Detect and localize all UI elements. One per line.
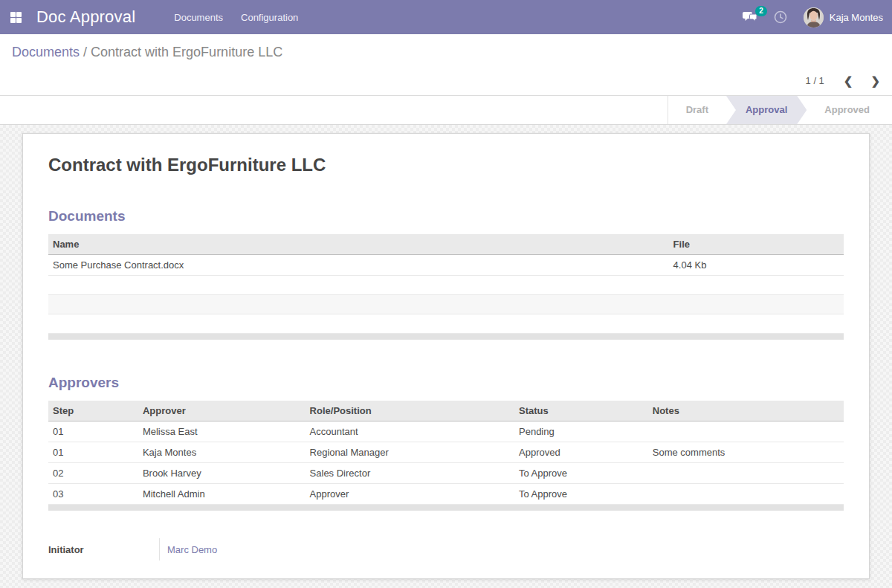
approver-status-cell: Pending xyxy=(514,421,648,442)
user-menu[interactable]: Kaja Montes xyxy=(804,7,883,28)
approver-name-cell: Brook Harvey xyxy=(138,463,306,484)
approver-row[interactable]: 01 Melissa East Accountant Pending xyxy=(48,421,844,442)
approvers-col-role[interactable]: Role/Position xyxy=(306,401,514,421)
empty-row xyxy=(48,314,844,334)
breadcrumb-documents-link[interactable]: Documents xyxy=(12,45,80,59)
approvers-table: Step Approver Role/Position Status Notes… xyxy=(48,401,844,505)
documents-table: Name File Some Purchase Contract.docx 4.… xyxy=(48,234,844,334)
document-file-cell: 4.04 Kb xyxy=(669,255,844,276)
documents-table-footer xyxy=(48,334,844,340)
initiator-label: Initiator xyxy=(48,544,159,555)
approver-role-cell: Approver xyxy=(306,484,514,505)
approver-role-cell: Accountant xyxy=(306,421,514,442)
status-step-approval[interactable]: Approval xyxy=(726,96,807,124)
approver-step-cell: 01 xyxy=(48,442,138,463)
approver-name-cell: Kaja Montes xyxy=(138,442,306,463)
breadcrumb-separator: / xyxy=(80,45,91,59)
messages-button[interactable]: 2 xyxy=(743,11,757,23)
approver-notes-cell xyxy=(648,463,844,484)
statusbar: Draft Approval Approved xyxy=(0,96,892,125)
empty-row xyxy=(48,276,844,295)
approver-row[interactable]: 03 Mitchell Admin Approver To Approve xyxy=(48,484,844,505)
approver-row[interactable]: 02 Brook Harvey Sales Director To Approv… xyxy=(48,463,844,484)
approver-status-cell: To Approve xyxy=(514,463,648,484)
clock-icon xyxy=(774,10,787,24)
systray: 2 Kaja Montes xyxy=(743,7,883,28)
record-sheet: Contract with ErgoFurniture LLC Document… xyxy=(22,133,870,579)
pager-value: 1 / 1 xyxy=(806,75,824,86)
form-view-background: Contract with ErgoFurniture LLC Document… xyxy=(0,125,892,588)
documents-section: Documents Name File Some Purchase Contra… xyxy=(48,208,844,340)
approvers-col-step[interactable]: Step xyxy=(48,401,138,421)
documents-col-name[interactable]: Name xyxy=(48,234,669,255)
approver-notes-cell xyxy=(648,484,844,505)
initiator-field: Initiator Marc Demo xyxy=(48,538,844,560)
documents-heading: Documents xyxy=(48,208,844,224)
approver-notes-cell xyxy=(648,421,844,442)
approver-step-cell: 01 xyxy=(48,421,138,442)
approvers-col-notes[interactable]: Notes xyxy=(648,401,844,421)
breadcrumb-current: Contract with ErgoFurniture LLC xyxy=(91,45,282,59)
approver-role-cell: Sales Director xyxy=(306,463,514,484)
record-title: Contract with ErgoFurniture LLC xyxy=(48,155,844,175)
top-navbar: Doc Approval Documents Configuration 2 xyxy=(0,0,892,34)
initiator-value-link[interactable]: Marc Demo xyxy=(160,544,217,555)
user-name: Kaja Montes xyxy=(830,12,883,23)
approver-role-cell: Regional Manager xyxy=(306,442,514,463)
breadcrumb: Documents / Contract with ErgoFurniture … xyxy=(12,34,880,60)
pager-next-icon[interactable]: ❯ xyxy=(870,75,880,86)
document-name-cell: Some Purchase Contract.docx xyxy=(48,255,669,276)
apps-menu-icon[interactable] xyxy=(10,12,22,23)
approvers-col-approver[interactable]: Approver xyxy=(138,401,306,421)
nav-menu-configuration[interactable]: Configuration xyxy=(233,6,306,29)
approvers-col-status[interactable]: Status xyxy=(514,401,648,421)
documents-col-file[interactable]: File xyxy=(669,234,844,255)
nav-menus: Documents Configuration xyxy=(167,6,306,29)
approvers-table-footer xyxy=(48,505,844,511)
approver-name-cell: Mitchell Admin xyxy=(138,484,306,505)
activity-button[interactable] xyxy=(774,10,787,24)
status-step-approved[interactable]: Approved xyxy=(807,96,888,124)
user-avatar xyxy=(804,7,824,28)
approver-name-cell: Melissa East xyxy=(138,421,306,442)
approver-status-cell: To Approve xyxy=(514,484,648,505)
approver-status-cell: Approved xyxy=(514,442,648,463)
document-row[interactable]: Some Purchase Contract.docx 4.04 Kb xyxy=(48,255,844,276)
pager-previous-icon[interactable]: ❮ xyxy=(844,75,853,86)
approver-step-cell: 02 xyxy=(48,463,138,484)
approver-row[interactable]: 01 Kaja Montes Regional Manager Approved… xyxy=(48,442,844,463)
approver-notes-cell: Some comments xyxy=(648,442,844,463)
approvers-section: Approvers Step Approver Role/Position St… xyxy=(48,375,844,511)
approvers-heading: Approvers xyxy=(48,375,844,391)
messages-count-badge: 2 xyxy=(755,6,767,16)
status-step-draft[interactable]: Draft xyxy=(668,96,726,124)
nav-menu-documents[interactable]: Documents xyxy=(167,6,230,29)
app-brand[interactable]: Doc Approval xyxy=(36,7,135,27)
control-panel: Documents / Contract with ErgoFurniture … xyxy=(0,34,892,96)
empty-row xyxy=(48,295,844,314)
approver-step-cell: 03 xyxy=(48,484,138,505)
